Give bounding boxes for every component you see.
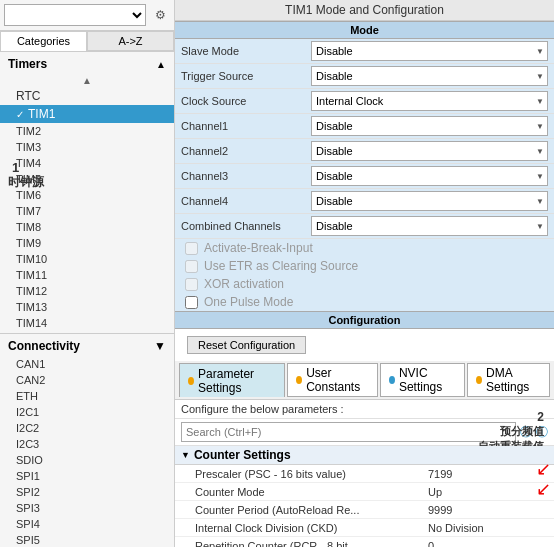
channel3-row: Channel3 Disable: [175, 164, 554, 189]
activate-break-label: Activate-Break-Input: [204, 241, 313, 255]
mode-section-header: Mode: [175, 21, 554, 39]
sidebar: ⚙ Categories A->Z Timers ▲ ▲ RTC ✓ TIM1: [0, 0, 175, 547]
sidebar-item-tim13[interactable]: TIM13: [0, 299, 174, 315]
param-row-counter-mode: Counter Mode Up: [175, 483, 554, 501]
timers-label: Timers: [8, 57, 47, 71]
tab-parameter-settings[interactable]: Parameter Settings: [179, 363, 285, 397]
trigger-source-select-wrapper: Disable: [311, 66, 548, 86]
sidebar-item-i2c2[interactable]: I2C2: [0, 420, 174, 436]
prescaler-value[interactable]: 7199: [428, 468, 548, 480]
search-input[interactable]: [181, 422, 516, 442]
sidebar-item-tim4[interactable]: TIM4: [0, 155, 174, 171]
sidebar-item-can2[interactable]: CAN2: [0, 372, 174, 388]
counter-mode-name: Counter Mode: [195, 486, 428, 498]
sidebar-item-tim2[interactable]: TIM2: [0, 123, 174, 139]
sidebar-content: Timers ▲ ▲ RTC ✓ TIM1 TIM2 TIM3 TIM4 TIM…: [0, 52, 174, 547]
sidebar-item-tim14[interactable]: TIM14: [0, 315, 174, 331]
param-settings-dot: [188, 377, 194, 385]
tab-az[interactable]: A->Z: [87, 31, 174, 51]
channel4-select[interactable]: Disable: [311, 191, 548, 211]
sidebar-item-rtc[interactable]: RTC: [0, 87, 174, 105]
mode-section: Mode Slave Mode Disable Trigger Source D…: [175, 21, 554, 311]
channel2-select[interactable]: Disable: [311, 141, 548, 161]
reset-configuration-button[interactable]: Reset Configuration: [187, 336, 306, 354]
config-section: Configuration Reset Configuration Parame…: [175, 311, 554, 547]
sidebar-item-tim5[interactable]: TIM5: [0, 171, 174, 187]
sidebar-item-i2c3[interactable]: I2C3: [0, 436, 174, 452]
slave-mode-select[interactable]: Disable: [311, 41, 548, 61]
sidebar-item-spi1[interactable]: SPI1: [0, 468, 174, 484]
sidebar-item-tim9[interactable]: TIM9: [0, 235, 174, 251]
connectivity-section: Connectivity ▼ CAN1 CAN2 ETH I2C1 I2C2 I…: [0, 333, 174, 547]
tab-nvic-settings[interactable]: NVIC Settings: [380, 363, 465, 397]
counter-mode-value[interactable]: Up: [428, 486, 548, 498]
sidebar-item-spi3[interactable]: SPI3: [0, 500, 174, 516]
clock-source-row: Clock Source Internal Clock: [175, 89, 554, 114]
tab-dma-settings[interactable]: DMA Settings: [467, 363, 550, 397]
timers-arrow-icon: ▲: [156, 59, 166, 70]
rcr-value[interactable]: 0: [428, 540, 548, 548]
tab-categories[interactable]: Categories: [0, 31, 87, 51]
one-pulse-checkbox[interactable]: [185, 296, 198, 309]
one-pulse-row: One Pulse Mode: [175, 293, 554, 311]
gear-icon[interactable]: ⚙: [150, 5, 170, 25]
channel3-select[interactable]: Disable: [311, 166, 548, 186]
clock-source-select[interactable]: Internal Clock: [311, 91, 548, 111]
sidebar-item-can1[interactable]: CAN1: [0, 356, 174, 372]
connectivity-arrow-icon: ▼: [154, 339, 166, 353]
counter-group-arrow: ▼: [181, 450, 190, 460]
trigger-source-label: Trigger Source: [181, 70, 311, 82]
channel1-select[interactable]: Disable: [311, 116, 548, 136]
config-section-header: Configuration: [175, 311, 554, 329]
tim1-label: TIM1: [28, 107, 55, 121]
slave-mode-row: Slave Mode Disable: [175, 39, 554, 64]
param-settings-label: Parameter Settings: [198, 367, 276, 395]
sidebar-item-sdio[interactable]: SDIO: [0, 452, 174, 468]
counter-period-value[interactable]: 9999: [428, 504, 548, 516]
sidebar-item-tim7[interactable]: TIM7: [0, 203, 174, 219]
slave-mode-select-wrapper: Disable: [311, 41, 548, 61]
ckd-name: Internal Clock Division (CKD): [195, 522, 428, 534]
combined-label: Combined Channels: [181, 220, 311, 232]
sidebar-item-tim6[interactable]: TIM6: [0, 187, 174, 203]
use-etr-checkbox[interactable]: [185, 260, 198, 273]
sidebar-item-i2c1[interactable]: I2C1: [0, 404, 174, 420]
sidebar-tab-bar: Categories A->Z: [0, 31, 174, 52]
sidebar-item-tim1[interactable]: ✓ TIM1: [0, 105, 174, 123]
channel4-select-wrapper: Disable: [311, 191, 548, 211]
activate-break-checkbox[interactable]: [185, 242, 198, 255]
dma-settings-label: DMA Settings: [486, 366, 541, 394]
sidebar-dropdown[interactable]: [4, 4, 146, 26]
reset-btn-container: Reset Configuration: [175, 329, 554, 361]
sidebar-item-spi4[interactable]: SPI4: [0, 516, 174, 532]
nvic-settings-label: NVIC Settings: [399, 366, 456, 394]
ckd-value[interactable]: No Division: [428, 522, 548, 534]
sidebar-item-spi2[interactable]: SPI2: [0, 484, 174, 500]
channel1-label: Channel1: [181, 120, 311, 132]
combined-select-wrapper: Disable: [311, 216, 548, 236]
channel2-select-wrapper: Disable: [311, 141, 548, 161]
sidebar-item-tim10[interactable]: TIM10: [0, 251, 174, 267]
user-constants-dot: [296, 376, 302, 384]
timers-section-header[interactable]: Timers ▲: [0, 54, 174, 74]
sidebar-item-tim12[interactable]: TIM12: [0, 283, 174, 299]
sidebar-item-tim8[interactable]: TIM8: [0, 219, 174, 235]
search-bar: ⓘ ⓘ 2 预分频值 自动重装载值: [175, 419, 554, 446]
sidebar-item-spi5[interactable]: SPI5: [0, 532, 174, 547]
activate-break-row: Activate-Break-Input: [175, 239, 554, 257]
param-row-ckd: Internal Clock Division (CKD) No Divisio…: [175, 519, 554, 537]
channel2-row: Channel2 Disable: [175, 139, 554, 164]
prescaler-name: Prescaler (PSC - 16 bits value): [195, 468, 428, 480]
trigger-source-select[interactable]: Disable: [311, 66, 548, 86]
panel-title: TIM1 Mode and Configuration: [175, 0, 554, 21]
sidebar-item-tim3[interactable]: TIM3: [0, 139, 174, 155]
combined-select[interactable]: Disable: [311, 216, 548, 236]
scroll-up-btn[interactable]: ▲: [0, 74, 174, 87]
xor-checkbox[interactable]: [185, 278, 198, 291]
sidebar-item-eth[interactable]: ETH: [0, 388, 174, 404]
sidebar-item-tim11[interactable]: TIM11: [0, 267, 174, 283]
connectivity-header[interactable]: Connectivity ▼: [0, 336, 174, 356]
tab-user-constants[interactable]: User Constants: [287, 363, 378, 397]
rtc-label: RTC: [16, 89, 40, 103]
counter-group-header[interactable]: ▼ Counter Settings: [175, 446, 554, 465]
